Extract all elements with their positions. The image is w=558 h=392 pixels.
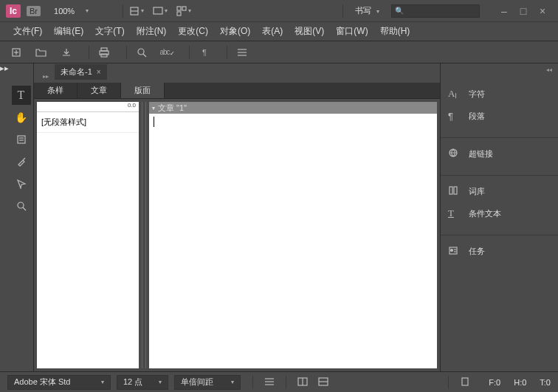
eyedropper-tool[interactable] — [12, 152, 31, 171]
print-icon[interactable] — [95, 44, 113, 61]
position-tool[interactable] — [12, 174, 31, 193]
font-selector[interactable]: Adobe 宋体 Std▾ — [7, 375, 111, 390]
line-spacing-selector[interactable]: 单倍间距▾ — [174, 375, 241, 390]
panel-conditional-text[interactable]: T条件文本 — [441, 202, 558, 224]
separator — [286, 376, 286, 389]
svg-rect-2 — [154, 7, 162, 14]
zoom-selector[interactable]: 100% ▾ — [48, 5, 106, 17]
conditional-text-icon: T — [448, 207, 461, 219]
svg-rect-23 — [450, 187, 452, 194]
separator — [252, 376, 253, 389]
svg-rect-4 — [182, 7, 186, 10]
right-panel-dock: ◂◂ A|字符 ¶段落 超链接 词库 T条件文本 任务 — [440, 63, 558, 371]
open-icon[interactable] — [32, 44, 50, 61]
menu-edit[interactable]: 编辑(E) — [48, 22, 89, 41]
minimize-button[interactable]: – — [495, 4, 514, 18]
separator — [441, 175, 558, 176]
menu-window[interactable]: 窗口(W) — [330, 22, 373, 41]
view-mode-tabs: 条样 文章 版面 — [34, 83, 440, 99]
panel-hyperlinks[interactable]: 超链接 — [441, 142, 558, 165]
menu-object[interactable]: 对象(O) — [214, 22, 256, 41]
stats-lines-icon[interactable] — [262, 376, 277, 388]
panel-assignments[interactable]: 任务 — [441, 240, 558, 262]
search-input[interactable]: 🔍 — [391, 4, 480, 18]
vertical-view-icon[interactable] — [316, 377, 331, 388]
bridge-badge[interactable]: Br — [27, 6, 41, 16]
menu-file[interactable]: 文件(F) — [7, 22, 48, 41]
svg-line-21 — [23, 207, 26, 210]
chevron-down-icon: ▾ — [86, 7, 89, 14]
expand-icon[interactable]: ▸▸ — [43, 73, 49, 80]
panel-label: 条件文本 — [469, 208, 501, 219]
panel-label: 超链接 — [469, 148, 493, 159]
menu-table[interactable]: 表(A) — [256, 22, 289, 41]
menu-changes[interactable]: 更改(C) — [172, 22, 214, 41]
toolbar: abc✓ ¶ — [0, 41, 558, 63]
screen-mode-icon[interactable]: ▾ — [153, 4, 168, 18]
expand-left-icon[interactable]: ▸▸ — [0, 63, 9, 371]
document-tab[interactable]: 未命名-1 × — [55, 64, 107, 80]
menu-bar: 文件(F) 编辑(E) 文字(T) 附注(N) 更改(C) 对象(O) 表(A)… — [0, 22, 558, 41]
pilcrow-icon[interactable]: ¶ — [196, 44, 213, 61]
svg-rect-36 — [462, 378, 468, 385]
panel-thesaurus[interactable]: 词库 — [441, 180, 558, 202]
save-icon[interactable] — [58, 44, 75, 61]
note-tool[interactable] — [12, 130, 31, 149]
style-item[interactable]: [无段落样式] — [37, 112, 139, 133]
tab-story[interactable]: 文章 — [78, 83, 121, 98]
main-area: ▸▸ T ✋ ▸▸ 未命名-1 × 条样 文章 版面 0.0 [无段落样式] — [0, 63, 558, 371]
hand-tool[interactable]: ✋ — [12, 108, 31, 127]
workspace-mode-selector[interactable]: 书写 ▾ — [349, 4, 385, 18]
menu-text[interactable]: 文字(T) — [89, 22, 130, 41]
disclosure-triangle-icon: ▾ — [152, 105, 155, 111]
app-logo: Ic — [6, 4, 21, 18]
close-tab-icon[interactable]: × — [97, 68, 101, 76]
document-tabs: ▸▸ 未命名-1 × — [34, 63, 440, 80]
panel-label: 段落 — [469, 111, 485, 122]
separator — [441, 235, 558, 235]
find-icon[interactable] — [133, 44, 151, 61]
styles-panel: 0.0 [无段落样式] — [37, 102, 139, 368]
character-icon: A| — [448, 88, 461, 100]
tab-galley[interactable]: 条样 — [34, 83, 78, 98]
panel-label: 词库 — [469, 186, 485, 197]
menu-lines-icon[interactable] — [233, 44, 251, 61]
close-button[interactable]: × — [533, 4, 552, 18]
zoom-tool[interactable] — [12, 196, 31, 216]
hyperlink-icon — [448, 148, 461, 160]
thesaurus-icon — [448, 185, 461, 198]
ruler: 0.0 — [37, 102, 139, 112]
article-header[interactable]: ▾ 文章 "1" — [149, 102, 437, 114]
separator — [126, 46, 127, 59]
separator — [189, 46, 190, 59]
svg-line-13 — [143, 54, 146, 57]
collapse-right-icon[interactable]: ◂◂ — [546, 66, 552, 73]
svg-rect-3 — [177, 7, 181, 10]
splitter[interactable] — [142, 102, 146, 368]
separator — [441, 137, 558, 138]
tab-layout[interactable]: 版面 — [121, 83, 165, 98]
svg-point-12 — [138, 49, 144, 55]
spellcheck-icon[interactable]: abc✓ — [158, 44, 176, 61]
separator — [123, 4, 123, 18]
page-nav-icon[interactable] — [458, 376, 472, 388]
mode-label: 书写 — [355, 6, 371, 15]
t-stat: T:0 — [540, 378, 551, 387]
view-options-icon[interactable]: ▾ — [129, 4, 144, 18]
menu-notes[interactable]: 附注(N) — [131, 22, 173, 41]
separator — [448, 376, 449, 389]
menu-help[interactable]: 帮助(H) — [374, 22, 416, 41]
text-editor[interactable] — [149, 114, 437, 368]
panel-paragraph[interactable]: ¶段落 — [441, 105, 558, 127]
arrange-icon[interactable]: ▾ — [176, 4, 191, 18]
maximize-button[interactable]: □ — [514, 4, 533, 18]
spacing-label: 单倍间距 — [181, 376, 213, 388]
document-panel: ▾ 文章 "1" — [149, 102, 437, 368]
panel-character[interactable]: A|字符 — [441, 83, 558, 105]
horizontal-view-icon[interactable] — [295, 377, 310, 388]
separator — [89, 46, 89, 59]
type-tool[interactable]: T — [12, 86, 31, 105]
new-icon[interactable] — [7, 44, 25, 61]
font-size-selector[interactable]: 12 点▾ — [117, 375, 168, 390]
menu-view[interactable]: 视图(V) — [289, 22, 330, 41]
